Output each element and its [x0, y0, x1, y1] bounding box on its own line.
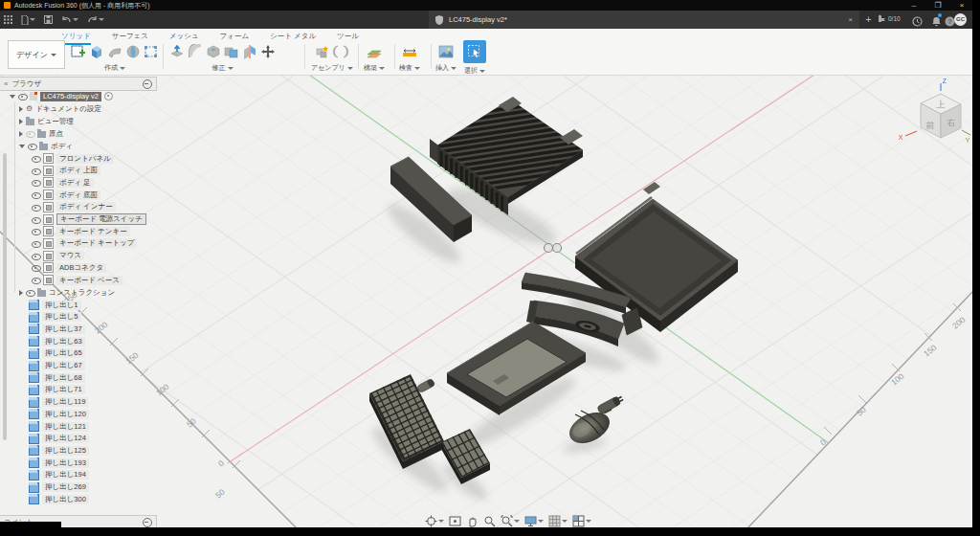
viewport-3d[interactable]: 250 200 150 100 50 0 50 200 150 100 50 0 [0, 75, 972, 529]
eye-icon[interactable] [32, 277, 40, 283]
expand-icon[interactable] [10, 95, 15, 99]
eye-icon[interactable] [32, 179, 40, 186]
undo-icon[interactable] [61, 15, 78, 24]
collapse-icon[interactable] [19, 131, 23, 137]
extrude-row[interactable]: 押し出し193 [29, 458, 89, 468]
eye-icon[interactable] [32, 228, 40, 234]
comments-options-icon[interactable] [143, 518, 152, 527]
group-modify-label[interactable]: 修正 [212, 63, 234, 73]
modeling-canvas[interactable]: 250 200 150 100 50 0 50 200 150 100 50 0 [0, 75, 972, 529]
document-tab[interactable]: LC475-display v2* × [429, 11, 859, 29]
body-row[interactable]: マウス [32, 251, 84, 261]
group-insert-label[interactable]: 挿入 [435, 63, 457, 73]
body-row[interactable]: キーボード キートップ [32, 238, 137, 249]
shell-icon[interactable] [206, 44, 221, 59]
sweep-icon[interactable] [107, 44, 122, 59]
root-label[interactable]: LC475-display v2 [40, 92, 101, 101]
extrude-row[interactable]: 押し出し5 [29, 312, 81, 323]
body-row[interactable]: ボディ インナー [32, 202, 116, 212]
look-at-icon[interactable] [449, 515, 461, 527]
collapse-icon[interactable] [19, 119, 23, 124]
fit-icon[interactable] [501, 515, 520, 527]
extrude-row[interactable]: 押し出し67 [29, 361, 85, 371]
select-tool-button[interactable] [463, 40, 486, 63]
redo-icon[interactable] [87, 15, 104, 24]
eye-icon[interactable] [32, 253, 40, 259]
extrude-row[interactable]: 押し出し63 [29, 336, 85, 346]
extrude-row[interactable]: 押し出し71 [29, 385, 85, 395]
document-limit-badge[interactable]: 0/10 [878, 14, 901, 23]
extrude-row[interactable]: 押し出し121 [29, 421, 89, 432]
user-avatar[interactable]: GC [954, 13, 967, 26]
group-select-label[interactable]: 選択 [464, 66, 485, 76]
minimize-button[interactable]: – [903, 0, 924, 11]
browser-scrollbar[interactable] [3, 153, 7, 440]
body-row[interactable]: ADBコネクタ [32, 262, 106, 273]
extrude-row[interactable]: 押し出し124 [29, 434, 89, 444]
body-row[interactable]: キーボード ベース [32, 275, 122, 285]
node-document-settings[interactable]: ⚙ ドキュメントの設定 [19, 103, 101, 114]
tab-close-icon[interactable]: × [848, 15, 853, 24]
extrude-row[interactable]: 押し出し119 [29, 397, 88, 408]
press-pull-icon[interactable] [169, 44, 185, 59]
design-workspace-dropdown[interactable]: デザイン [8, 40, 65, 69]
extrude-row[interactable]: 押し出し1 [29, 300, 81, 310]
collapse-panel-icon[interactable]: « [4, 79, 8, 88]
joint-icon[interactable] [333, 44, 348, 59]
primitive-box-icon[interactable] [144, 44, 159, 59]
eye-icon[interactable] [32, 168, 40, 174]
collapse-icon[interactable] [19, 290, 23, 296]
measure-icon[interactable] [402, 44, 417, 59]
eye-icon[interactable] [32, 191, 40, 198]
tab-sheet-metal[interactable]: シート メタル [270, 32, 316, 45]
eye-icon[interactable] [32, 240, 40, 247]
split-body-icon[interactable] [242, 44, 257, 59]
new-tab-button[interactable]: + [862, 13, 875, 26]
grid-settings-icon[interactable] [548, 515, 568, 527]
expand-icon[interactable] [19, 145, 25, 148]
node-bodies[interactable]: ボディ [19, 141, 73, 151]
job-status-icon[interactable] [911, 13, 924, 26]
app-menu-icon[interactable] [4, 15, 12, 24]
eye-icon[interactable] [32, 264, 40, 271]
extrude-row[interactable]: 押し出し300 [29, 494, 89, 504]
pan-icon[interactable] [466, 515, 479, 527]
orbit-icon[interactable] [425, 515, 444, 527]
zoom-icon[interactable] [483, 515, 496, 527]
extrude-row[interactable]: 押し出し125 [29, 445, 89, 456]
node-construction[interactable]: コンストラクション [19, 287, 115, 298]
eye-off-icon[interactable] [26, 130, 34, 137]
extrude-row[interactable]: 押し出し68 [29, 372, 85, 383]
revolve-icon[interactable] [125, 44, 141, 59]
group-assemble-label[interactable]: アセンブリ [311, 63, 353, 73]
fillet-icon[interactable] [188, 44, 203, 59]
group-create-label[interactable]: 作成 [104, 63, 125, 73]
extrude-row[interactable]: 押し出し37 [29, 324, 85, 334]
browser-root-row[interactable]: LC475-display v2 [10, 91, 113, 101]
extrude-row[interactable]: 押し出し120 [29, 409, 89, 419]
extrude-row[interactable]: 押し出し194 [29, 470, 89, 480]
activate-radio[interactable] [104, 92, 113, 100]
maximize-button[interactable]: ❐ [927, 0, 948, 11]
browser-header[interactable]: « ブラウザ [0, 77, 157, 91]
display-settings-icon[interactable] [524, 515, 544, 527]
body-row[interactable]: ボディ 底面 [32, 190, 100, 200]
body-row-selected[interactable]: キーボード 電源スイッチ [32, 214, 146, 225]
group-inspect-label[interactable]: 検査 [399, 63, 420, 73]
node-view-management[interactable]: ビュー管理 [19, 116, 74, 126]
move-copy-icon[interactable] [260, 44, 276, 59]
viewports-icon[interactable] [572, 515, 591, 527]
body-row[interactable]: ボディ 足 [32, 177, 94, 188]
group-construct-label[interactable]: 構築 [364, 63, 385, 73]
eye-icon[interactable] [18, 93, 27, 100]
body-row[interactable]: キーボード テンキー [32, 226, 130, 236]
extrude-icon[interactable] [89, 44, 104, 59]
eye-icon[interactable] [28, 143, 36, 149]
save-icon[interactable] [44, 15, 53, 24]
extrude-row[interactable]: 押し出し65 [29, 348, 85, 359]
new-component-icon[interactable] [315, 44, 330, 59]
eye-icon[interactable] [32, 155, 40, 162]
eye-icon[interactable] [26, 289, 34, 296]
eye-icon[interactable] [32, 216, 40, 223]
extrude-row[interactable]: 押し出し269 [29, 482, 89, 493]
